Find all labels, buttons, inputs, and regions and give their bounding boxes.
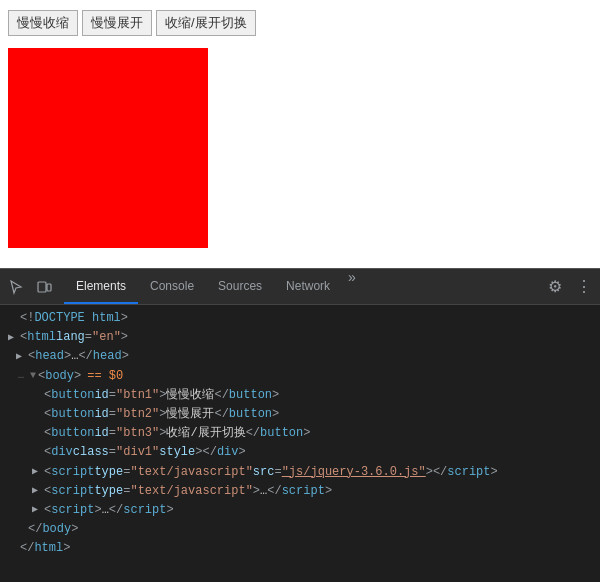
- btn2-line: <button id="btn2" >慢慢展开</button>: [0, 405, 600, 424]
- script3-line: ▶ <script >…</script>: [0, 501, 600, 520]
- html-open-line: ▶ <html lang="en" >: [0, 328, 600, 347]
- devtools-content: <!DOCTYPE html> ▶ <html lang="en" > ▶ <h…: [0, 305, 600, 582]
- tab-sources[interactable]: Sources: [206, 269, 274, 304]
- script2-line: ▶ <script type="text/javascript" >…</scr…: [0, 482, 600, 501]
- body-open-line: … ▼ <body> == $0: [0, 367, 600, 386]
- browser-area: 慢慢收缩 慢慢展开 收缩/展开切换: [0, 0, 600, 268]
- html-close-line: </html>: [0, 539, 600, 558]
- btn3-line: <button id="btn3" >收缩/展开切换</button>: [0, 424, 600, 443]
- device-icon[interactable]: [32, 275, 56, 299]
- collapse-arrow-script3[interactable]: ▶: [32, 502, 44, 518]
- devtools-tabs: Elements Console Sources Network »: [64, 269, 544, 304]
- script1-line: ▶ <script type="text/javascript" src="js…: [0, 463, 600, 482]
- settings-button[interactable]: ⚙: [544, 275, 566, 298]
- red-box: [8, 48, 208, 248]
- body-close-line: </body>: [0, 520, 600, 539]
- tab-elements[interactable]: Elements: [64, 269, 138, 304]
- more-options-button[interactable]: ⋮: [572, 275, 596, 298]
- slow-expand-button[interactable]: 慢慢展开: [82, 10, 152, 36]
- btn1-line: <button id="btn1" >慢慢收缩</button>: [0, 386, 600, 405]
- more-tabs-button[interactable]: »: [342, 269, 362, 304]
- toolbar-right: ⚙ ⋮: [544, 275, 596, 298]
- svg-rect-0: [38, 282, 46, 292]
- tab-network[interactable]: Network: [274, 269, 342, 304]
- devtools-toolbar: Elements Console Sources Network » ⚙ ⋮: [0, 269, 600, 305]
- devtools-panel: Elements Console Sources Network » ⚙ ⋮ <…: [0, 268, 600, 582]
- collapse-arrow-script2[interactable]: ▶: [32, 483, 44, 499]
- div-line: <div class="div1" style ></div>: [0, 443, 600, 462]
- collapse-arrow-html[interactable]: ▶: [8, 330, 20, 346]
- collapse-arrow-head[interactable]: ▶: [16, 349, 28, 365]
- toggle-button[interactable]: 收缩/展开切换: [156, 10, 256, 36]
- doctype-line: <!DOCTYPE html>: [0, 309, 600, 328]
- svg-rect-1: [47, 284, 51, 291]
- button-row: 慢慢收缩 慢慢展开 收缩/展开切换: [8, 10, 592, 36]
- slow-collapse-button[interactable]: 慢慢收缩: [8, 10, 78, 36]
- tab-console[interactable]: Console: [138, 269, 206, 304]
- cursor-icon[interactable]: [4, 275, 28, 299]
- head-collapsed-line: ▶ <head>…</head>: [0, 347, 600, 366]
- toolbar-icons: [4, 275, 56, 299]
- collapse-arrow-script1[interactable]: ▶: [32, 464, 44, 480]
